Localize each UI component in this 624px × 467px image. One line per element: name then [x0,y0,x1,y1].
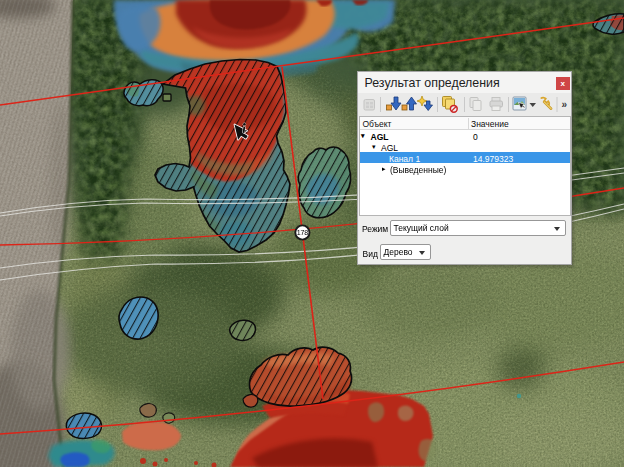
svg-text:178: 178 [297,229,308,237]
svg-text:»: » [562,99,568,110]
